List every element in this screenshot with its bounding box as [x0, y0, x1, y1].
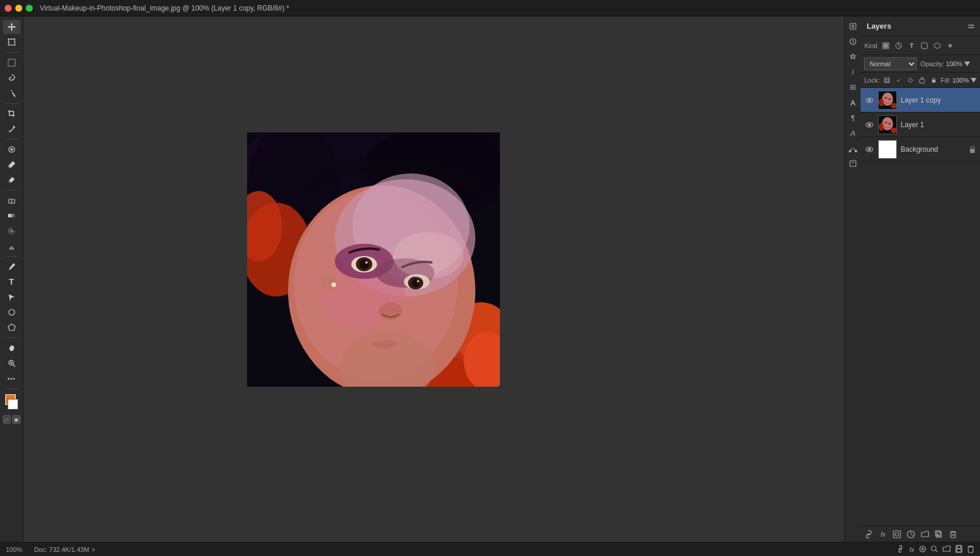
layer-visibility-layer1[interactable]: [864, 120, 875, 130]
lock-artboard-icon[interactable]: [917, 76, 927, 85]
bottom-save-icon[interactable]: [955, 545, 962, 554]
lock-pixels-icon[interactable]: [882, 76, 892, 85]
adjustment-filter-icon[interactable]: [893, 40, 904, 51]
layer-visibility-layer1copy[interactable]: [864, 95, 875, 105]
layer-item-background[interactable]: Background: [861, 137, 980, 162]
char-style-icon[interactable]: A: [847, 127, 859, 139]
hand-tool[interactable]: [3, 341, 20, 355]
bottom-fx-icon[interactable]: fx: [909, 546, 914, 553]
gradient-tool[interactable]: [3, 209, 20, 223]
filter-on-off[interactable]: [945, 40, 955, 51]
layer-lock-background: [968, 145, 976, 154]
svg-rect-10: [8, 59, 15, 66]
lasso-tool[interactable]: [3, 71, 20, 85]
paragraph-icon[interactable]: ¶: [847, 111, 859, 124]
healing-brush-tool[interactable]: [3, 142, 20, 156]
crop-tool[interactable]: [3, 107, 20, 121]
info-icon[interactable]: i: [847, 66, 859, 79]
separator-4: [5, 190, 19, 190]
rectangular-marquee-tool[interactable]: [3, 56, 20, 70]
lock-position-icon[interactable]: [906, 76, 915, 85]
bottom-folder-icon[interactable]: [943, 545, 951, 554]
filter-label: Kind: [864, 42, 877, 49]
layers-menu-icon[interactable]: [968, 23, 974, 29]
svg-rect-72: [850, 161, 856, 166]
layer-name-layer1: Layer 1: [900, 121, 976, 129]
history-icon[interactable]: [847, 35, 859, 48]
svg-line-122: [936, 550, 937, 552]
zoom-tool[interactable]: [3, 356, 20, 370]
text-filter-icon[interactable]: T: [906, 40, 917, 51]
eraser-tool[interactable]: [3, 193, 20, 207]
svg-rect-115: [951, 532, 955, 538]
svg-rect-86: [920, 79, 924, 83]
layer-item-layer1copy[interactable]: Layer 1 copy: [861, 88, 980, 112]
text-tool[interactable]: T: [3, 275, 20, 289]
link-layers-button[interactable]: [863, 528, 875, 540]
bottom-link-icon[interactable]: [896, 545, 904, 554]
artboard-tool[interactable]: [3, 35, 20, 49]
magic-wand-tool[interactable]: [3, 86, 20, 100]
screen-mode-icon[interactable]: ▣: [12, 415, 20, 424]
properties-icon[interactable]: [847, 50, 859, 63]
ellipse-tool[interactable]: [3, 305, 20, 319]
new-group-button[interactable]: [919, 528, 931, 540]
svg-rect-125: [957, 549, 961, 552]
pen-tool[interactable]: [3, 260, 20, 274]
shape-filter-icon[interactable]: [919, 40, 930, 51]
paths-icon[interactable]: [847, 142, 859, 155]
add-mask-button[interactable]: [891, 528, 903, 540]
lock-all-icon[interactable]: [929, 76, 938, 85]
bottom-trash-icon[interactable]: [967, 545, 974, 554]
doc-info-arrow[interactable]: >: [91, 546, 95, 553]
blur-tool[interactable]: [3, 224, 20, 238]
svg-line-26: [13, 364, 15, 367]
bottom-search-icon[interactable]: [931, 545, 938, 554]
layer-item-layer1[interactable]: Layer 1: [861, 112, 980, 137]
tool-preset-icon[interactable]: [847, 20, 859, 33]
export-icon[interactable]: [847, 157, 859, 170]
dodge-tool[interactable]: [3, 239, 20, 253]
close-button[interactable]: [5, 5, 12, 12]
fill-dropdown-icon[interactable]: [971, 78, 976, 83]
path-selection-tool[interactable]: [3, 290, 20, 304]
quick-mask-icon[interactable]: □: [3, 415, 11, 424]
fx-button[interactable]: fx: [877, 528, 889, 540]
lock-image-icon[interactable]: [894, 76, 903, 85]
more-tools[interactable]: •••: [3, 371, 20, 386]
svg-point-22: [9, 268, 11, 270]
delete-layer-button[interactable]: [947, 528, 959, 540]
fill-value[interactable]: 100%: [952, 77, 969, 84]
maximize-button[interactable]: [26, 5, 33, 12]
channels-icon[interactable]: [847, 81, 859, 94]
opacity-value[interactable]: 100%: [946, 60, 962, 67]
minimize-button[interactable]: [15, 5, 22, 12]
new-layer-button[interactable]: [933, 528, 945, 540]
bottom-circle-icon[interactable]: [919, 545, 926, 554]
pixel-filter-icon[interactable]: [880, 40, 891, 51]
blend-mode-dropdown[interactable]: Normal Dissolve Multiply Screen Overlay: [864, 57, 917, 70]
clone-stamp-tool[interactable]: [3, 173, 20, 187]
title-bar: Virtual-Makeup-in-Photoshop-final_image.…: [0, 0, 980, 16]
opacity-dropdown-icon[interactable]: [964, 62, 970, 66]
svg-rect-107: [970, 149, 975, 153]
fill-label: Fill:: [941, 77, 951, 84]
svg-point-16: [8, 166, 9, 168]
svg-marker-80: [934, 43, 940, 49]
layers-panel: Layers Kind: [861, 16, 980, 542]
color-swatches[interactable]: [4, 394, 19, 410]
svg-point-109: [895, 533, 899, 536]
svg-rect-124: [957, 545, 961, 548]
layer-name-layer1copy: Layer 1 copy: [900, 96, 976, 104]
text-panel-icon[interactable]: A: [847, 96, 859, 109]
separator-2: [5, 103, 19, 104]
left-toolbar: T: [0, 16, 23, 542]
brush-tool[interactable]: [3, 158, 20, 172]
eyedropper-tool[interactable]: [3, 122, 20, 136]
smart-object-filter-icon[interactable]: [932, 40, 943, 51]
custom-shape-tool[interactable]: [3, 320, 20, 335]
background-color[interactable]: [8, 399, 18, 410]
move-tool[interactable]: [3, 20, 20, 34]
adjustment-layer-button[interactable]: [905, 528, 917, 540]
layer-visibility-background[interactable]: [864, 144, 875, 155]
